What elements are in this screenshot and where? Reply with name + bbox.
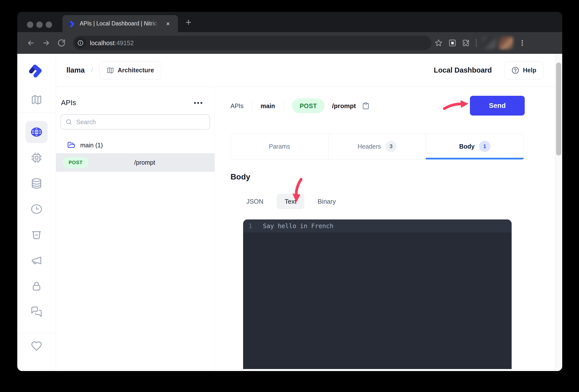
active-tab-underline xyxy=(426,158,524,159)
window-close-button[interactable] xyxy=(27,21,33,28)
clock-icon xyxy=(31,204,42,215)
apis-panel: APIs mai xyxy=(56,87,215,371)
megaphone-icon xyxy=(31,255,42,266)
lock-icon xyxy=(31,280,42,292)
url-text: localhost:49152 xyxy=(90,39,134,47)
tab-title: APIs | Local Dashboard | Nitric xyxy=(80,20,161,27)
forward-icon[interactable] xyxy=(42,39,50,47)
architecture-button-label: Architecture xyxy=(118,67,154,74)
window-zoom-button[interactable] xyxy=(46,21,52,28)
new-tab-button[interactable]: + xyxy=(186,17,191,28)
body-count-badge: 1 xyxy=(479,141,490,152)
tab-params-label: Params xyxy=(269,143,290,150)
tab-headers[interactable]: Headers 3 xyxy=(328,134,426,159)
page-scrollbar[interactable] xyxy=(555,54,562,371)
search-input[interactable] xyxy=(76,118,205,126)
bucket-icon xyxy=(31,229,42,240)
heart-icon xyxy=(31,340,42,352)
annotation-arrow-text xyxy=(288,177,304,204)
content-region: APIs mai xyxy=(56,87,555,371)
breadcrumb-divider xyxy=(283,99,284,113)
breadcrumb-separator: / xyxy=(91,66,93,74)
body-text-editor[interactable]: 1 Say hello in French xyxy=(243,220,512,369)
rail-item-topics[interactable] xyxy=(17,248,56,273)
architecture-button[interactable]: Architecture xyxy=(99,61,161,79)
tab-body[interactable]: Body 1 xyxy=(426,134,523,159)
rail-item-databases[interactable] xyxy=(17,170,56,196)
body-section-heading: Body xyxy=(230,172,555,181)
url-host: localhost xyxy=(90,39,115,46)
nitric-logo[interactable] xyxy=(17,54,56,87)
apis-panel-title: APIs xyxy=(61,99,76,107)
chat-icon xyxy=(31,306,42,317)
window-minimize-button[interactable] xyxy=(36,21,43,28)
route-path: /prompt xyxy=(89,159,208,166)
map-icon xyxy=(107,67,114,74)
site-info-icon[interactable] xyxy=(75,38,86,48)
rail-bottom-group xyxy=(17,333,56,359)
breadcrumb-api[interactable]: main xyxy=(261,102,275,110)
editor-line-text: Say hello in French xyxy=(263,222,333,230)
headers-count-badge: 3 xyxy=(385,141,397,152)
browser-menu-kebab-icon[interactable] xyxy=(518,39,526,47)
api-group-row[interactable]: main (1) xyxy=(56,137,215,153)
main-column: llama / Architecture Local Dashboard Hel… xyxy=(56,54,555,371)
request-tabs: Params Headers 3 Body 1 xyxy=(230,133,524,159)
copy-path-icon[interactable] xyxy=(362,102,370,110)
browser-toolbar: localhost:49152 xyxy=(17,32,562,54)
editor-active-line[interactable]: 1 Say hello in French xyxy=(243,220,512,233)
cpu-icon xyxy=(31,152,42,163)
body-mode-tabs: JSON Text Binary xyxy=(238,194,555,209)
toolbar-separator xyxy=(476,39,477,47)
page-header: llama / Architecture Local Dashboard Hel… xyxy=(56,54,555,87)
rail-item-secrets[interactable] xyxy=(17,273,56,299)
tab-headers-label: Headers xyxy=(358,143,381,150)
page-title: Local Dashboard xyxy=(434,66,492,74)
avatar[interactable] xyxy=(499,37,513,49)
mode-json[interactable]: JSON xyxy=(238,194,271,209)
back-icon[interactable] xyxy=(27,39,35,47)
url-port: :49152 xyxy=(115,39,134,46)
profile-avatars[interactable] xyxy=(482,37,513,49)
help-button-label: Help xyxy=(523,67,536,74)
browser-tab[interactable]: APIs | Local Dashboard | Nitric × xyxy=(63,15,178,32)
map-icon xyxy=(31,94,42,105)
search-icon xyxy=(66,118,72,125)
help-button[interactable]: Help xyxy=(504,61,543,79)
rail-item-chat[interactable] xyxy=(17,299,56,325)
scrollbar-thumb[interactable] xyxy=(556,63,561,156)
help-circle-icon xyxy=(511,66,519,74)
route-row-selected[interactable]: POST /prompt xyxy=(56,153,215,172)
rail-item-storage[interactable] xyxy=(17,222,56,248)
browser-tabstrip: APIs | Local Dashboard | Nitric × + xyxy=(17,12,562,32)
avatar[interactable] xyxy=(482,37,496,49)
breadcrumb-divider xyxy=(252,99,252,113)
rail-item-websockets[interactable] xyxy=(17,145,56,170)
folder-open-icon xyxy=(67,141,75,149)
annotation-arrow-send xyxy=(443,99,469,112)
rail-item-apis[interactable] xyxy=(17,119,56,145)
dashboard-page: llama / Architecture Local Dashboard Hel… xyxy=(17,54,562,371)
breadcrumb-section: APIs xyxy=(230,102,244,110)
extensions-puzzle-icon[interactable] xyxy=(462,39,470,47)
side-panel-icon[interactable] xyxy=(448,39,457,47)
bookmark-star-icon[interactable] xyxy=(434,39,443,47)
method-badge: POST xyxy=(63,157,89,168)
mode-binary[interactable]: Binary xyxy=(310,194,344,209)
active-item-background xyxy=(25,121,48,143)
rail-icon-group xyxy=(17,113,56,325)
reload-icon[interactable] xyxy=(57,39,66,47)
project-name: llama xyxy=(66,66,85,74)
send-button[interactable]: Send xyxy=(470,96,525,116)
request-area: APIs main POST /prompt Send xyxy=(215,87,555,371)
toolbar-right-cluster xyxy=(434,37,526,49)
rail-item-schedules[interactable] xyxy=(17,196,56,222)
ellipsis-icon[interactable] xyxy=(193,101,203,105)
request-path: /prompt xyxy=(332,102,356,110)
address-bar[interactable]: localhost:49152 xyxy=(73,36,432,50)
rail-item-feedback[interactable] xyxy=(17,333,56,359)
rail-item-architecture[interactable] xyxy=(17,87,56,113)
tab-close-icon[interactable]: × xyxy=(165,19,171,28)
tab-params[interactable]: Params xyxy=(231,134,328,159)
globe-icon xyxy=(31,127,42,138)
